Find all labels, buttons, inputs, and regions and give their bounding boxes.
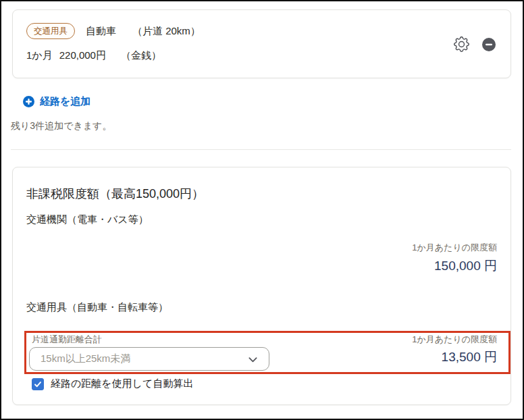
vehicle-limit-block: 1か月あたりの限度額 13,500 円 [412,334,497,366]
one-way-distance: （片道 20km） [132,25,201,38]
chevron-down-icon [248,355,258,367]
section-divider [11,149,511,150]
vehicle-type: 自動車 [86,25,116,38]
payment-type: （金銭） [121,49,161,62]
auto-calc-label: 経路の距離を使用して自動算出 [51,377,193,390]
vehicle-limit-label: 1か月あたりの限度額 [412,334,497,346]
gear-icon [454,36,469,52]
remaining-count-note: 残り3件追加できます。 [11,119,111,132]
limits-card-title: 非課税限度額（最高150,000円） [26,185,204,203]
distance-range-select[interactable]: 15km以上25km未満 [29,347,269,371]
plus-circle-icon [23,96,34,107]
commute-allowance-settings-page: 交通用具 自動車 （片道 20km） 1か月 220,000円 （金銭） [0,0,524,420]
transport-type-badge: 交通用具 [26,23,75,39]
vehicle-limit-value: 13,500 円 [412,348,497,366]
vehicle-section-label: 交通用具（自動車・自転車等） [26,300,168,315]
payment-amount: 220,000円 [59,49,106,62]
transit-limit-block: 1か月あたりの限度額 150,000 円 [412,242,497,275]
auto-calc-checkbox[interactable] [32,378,44,390]
payment-period: 1か月 [26,49,53,62]
add-route-label: 経路を追加 [40,95,90,108]
auto-calc-row[interactable]: 経路の距離を使用して自動算出 [32,377,193,390]
add-route-link[interactable]: 経路を追加 [23,93,90,109]
route-remove-button[interactable] [481,37,496,52]
transit-limit-label: 1か月あたりの限度額 [412,242,497,254]
route-card: 交通用具 自動車 （片道 20km） 1か月 220,000円 （金銭） [12,9,511,78]
route-settings-button[interactable] [454,36,469,52]
transit-section-label: 交通機関（電車・バス等） [26,212,149,227]
minus-circle-icon [481,37,496,52]
non-taxable-limit-card: 非課税限度額（最高150,000円） 交通機関（電車・バス等） 1か月あたりの限… [12,167,511,405]
distance-range-value: 15km以上25km未満 [41,352,130,365]
transit-limit-value: 150,000 円 [412,257,497,275]
one-way-distance-total-label: 片道通勤距離合計 [32,334,102,346]
